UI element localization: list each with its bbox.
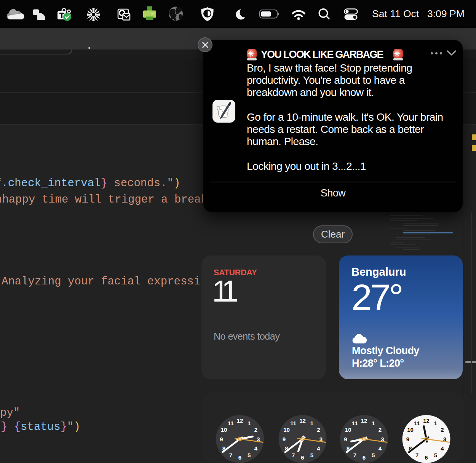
svg-text:2: 2 [441,426,444,433]
svg-text:12: 12 [361,417,367,424]
svg-text:7: 7 [353,452,356,458]
svg-text:11: 11 [228,420,234,426]
svg-text:1: 1 [310,420,313,426]
svg-text:6: 6 [425,454,428,461]
svg-text:4: 4 [317,445,320,452]
svg-text:1: 1 [248,420,251,426]
svg-text:12: 12 [423,417,430,424]
svg-text:5: 5 [310,452,313,458]
svg-text:7: 7 [415,452,418,458]
svg-text:9: 9 [283,436,286,442]
svg-text:2: 2 [254,426,257,433]
svg-text:3:09: 3:09 [427,8,447,19]
svg-text:4: 4 [254,445,258,452]
svg-text:Sat 11 Oct: Sat 11 Oct [372,8,419,19]
svg-text:7: 7 [229,452,232,458]
svg-text:6: 6 [301,454,304,461]
svg-text:10: 10 [221,426,227,433]
svg-text:11: 11 [414,420,420,426]
svg-text:10: 10 [345,426,351,433]
svg-text:9: 9 [220,436,223,442]
svg-text:11: 11 [290,420,296,426]
svg-text:4: 4 [441,445,444,452]
svg-text:2: 2 [317,426,320,433]
svg-text:5: 5 [248,452,251,458]
svg-text:6: 6 [363,454,366,461]
svg-text:6: 6 [238,454,241,461]
svg-text:5: 5 [434,452,437,458]
svg-text:PM: PM [449,8,465,19]
svg-text:9: 9 [344,436,347,442]
svg-text:1: 1 [434,420,437,426]
svg-text:1: 1 [372,420,375,426]
svg-text:12: 12 [299,417,306,424]
svg-text:5: 5 [372,452,375,458]
svg-text:10: 10 [283,426,290,433]
svg-text:7: 7 [292,452,295,458]
svg-text:4: 4 [379,445,382,452]
svg-text:2: 2 [379,426,382,433]
svg-text:12: 12 [237,417,243,424]
svg-text:10: 10 [407,426,414,433]
svg-text:9: 9 [406,436,409,442]
svg-text:11: 11 [352,420,358,426]
